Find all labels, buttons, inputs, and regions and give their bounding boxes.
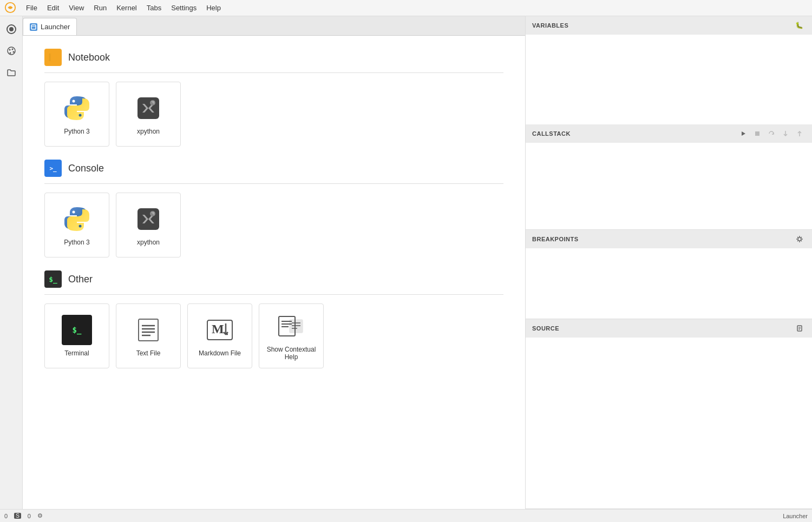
status-item-gear[interactable]: ⚙ (37, 512, 43, 519)
other-divider (44, 294, 503, 295)
svg-text:M: M (212, 322, 224, 336)
main-content: Launcher Notebook (23, 16, 525, 509)
svg-point-12 (79, 114, 82, 117)
menubar: File Edit View Run Kernel Tabs Settings … (0, 0, 812, 16)
terminal-icon: $_ (62, 315, 92, 345)
svg-point-5 (11, 49, 13, 50)
xpython-notebook-icon (133, 93, 163, 123)
svg-rect-30 (290, 320, 303, 333)
card-textfile[interactable]: Text File (116, 303, 181, 368)
python3-console-icon (62, 204, 92, 234)
svg-point-16 (79, 225, 82, 228)
source-file-btn[interactable] (794, 322, 806, 334)
card-python3-console[interactable]: Python 3 (44, 193, 109, 257)
menu-help[interactable]: Help (202, 3, 225, 13)
tab-launcher[interactable]: Launcher (23, 18, 77, 35)
card-textfile-label: Text File (136, 349, 161, 357)
card-xpython-notebook[interactable]: xpython (116, 82, 181, 147)
card-xpython-notebook-label: xpython (137, 128, 160, 135)
card-python3-notebook-label: Python 3 (64, 128, 89, 135)
svg-point-6 (12, 51, 14, 53)
card-xpython-console[interactable]: xpython (116, 193, 181, 257)
status-gear-icon: ⚙ (37, 512, 43, 519)
breakpoints-section: BREAKPOINTS (526, 230, 812, 319)
variables-title: VARIABLES (532, 22, 568, 29)
terminal-icon-box: $_ (62, 315, 92, 345)
variables-bug-btn[interactable]: 🐛 (794, 19, 806, 31)
callstack-header: CALLSTACK (526, 124, 812, 143)
textfile-icon-box (133, 315, 163, 345)
svg-point-3 (8, 47, 15, 55)
status-item-1: 0 (28, 513, 31, 519)
svg-rect-8 (31, 25, 36, 29)
callstack-stepdown-btn[interactable] (780, 128, 791, 140)
sidebar-icon-circle[interactable] (3, 21, 20, 38)
callstack-actions (737, 128, 806, 140)
python3-notebook-icon (62, 93, 92, 123)
other-section-icon: $_ (44, 270, 62, 288)
callstack-refresh-btn[interactable] (765, 128, 777, 140)
other-section-title: Other (68, 274, 93, 285)
menu-file[interactable]: File (22, 3, 42, 13)
console-section-title: Console (68, 163, 104, 174)
card-markdownfile[interactable]: M Markdown File (187, 303, 252, 368)
app-logo (4, 2, 17, 15)
other-cards: $_ Terminal (44, 303, 503, 368)
other-section-header: $_ Other (44, 270, 503, 288)
variables-header: VARIABLES 🐛 (526, 16, 812, 35)
console-cards: Python 3 xpython (44, 193, 503, 257)
card-contextualhelp[interactable]: Show Contextual Help (259, 303, 324, 368)
callstack-stop-btn[interactable] (751, 128, 763, 140)
card-python3-console-label: Python 3 (64, 239, 89, 246)
callstack-title: CALLSTACK (532, 130, 571, 137)
svg-rect-19 (139, 319, 158, 341)
source-header: SOURCE (526, 319, 812, 338)
menu-edit[interactable]: Edit (43, 3, 63, 13)
source-section: SOURCE (526, 319, 812, 509)
svg-point-38 (798, 237, 801, 241)
callstack-play-btn[interactable] (737, 128, 749, 140)
callstack-section: CALLSTACK (526, 124, 812, 230)
svg-rect-35 (755, 131, 759, 136)
svg-point-2 (9, 27, 14, 31)
breakpoints-header: BREAKPOINTS (526, 230, 812, 248)
menu-run[interactable]: Run (89, 3, 111, 13)
menu-tabs[interactable]: Tabs (142, 3, 166, 13)
card-terminal[interactable]: $_ Terminal (44, 303, 109, 368)
console-section-icon: >_ (44, 160, 62, 177)
card-contextualhelp-label: Show Contextual Help (267, 346, 316, 361)
status-launcher-label: Launcher (783, 513, 808, 519)
sidebar-icon-palette[interactable] (3, 42, 20, 60)
launcher-tab-icon (30, 23, 37, 31)
breakpoints-title: BREAKPOINTS (532, 236, 579, 242)
menu-view[interactable]: View (64, 3, 88, 13)
variables-section: VARIABLES 🐛 (526, 16, 812, 124)
menu-kernel[interactable]: Kernel (112, 3, 141, 13)
card-python3-notebook[interactable]: Python 3 (44, 82, 109, 147)
card-xpython-console-label: xpython (137, 239, 160, 246)
breakpoints-content (526, 248, 812, 319)
callstack-content (526, 143, 812, 229)
menu-settings[interactable]: Settings (167, 3, 201, 13)
callstack-stepup-btn[interactable] (794, 128, 806, 140)
notebook-section-icon (44, 49, 62, 66)
svg-rect-10 (51, 53, 55, 55)
contextualhelp-icon-box (276, 311, 306, 341)
xpython-console-icon (133, 204, 163, 234)
svg-point-11 (73, 100, 75, 103)
breakpoints-gear-btn[interactable] (794, 233, 806, 245)
source-title: SOURCE (532, 325, 559, 332)
console-divider (44, 183, 503, 184)
status-item-s[interactable]: S (14, 513, 21, 519)
status-bar: 0 S 0 ⚙ Launcher (0, 509, 812, 522)
contextualhelp-icon (276, 311, 306, 341)
svg-point-7 (9, 52, 11, 54)
status-item-0: 0 (4, 513, 8, 519)
tab-launcher-label: Launcher (41, 23, 70, 31)
markdown-icon-box: M (205, 315, 235, 345)
status-zero-right: 0 (28, 513, 31, 519)
sidebar-icon-folder[interactable] (3, 64, 20, 81)
variables-content (526, 35, 812, 125)
variables-actions: 🐛 (794, 19, 806, 31)
notebook-section-title: Notebook (68, 52, 110, 63)
